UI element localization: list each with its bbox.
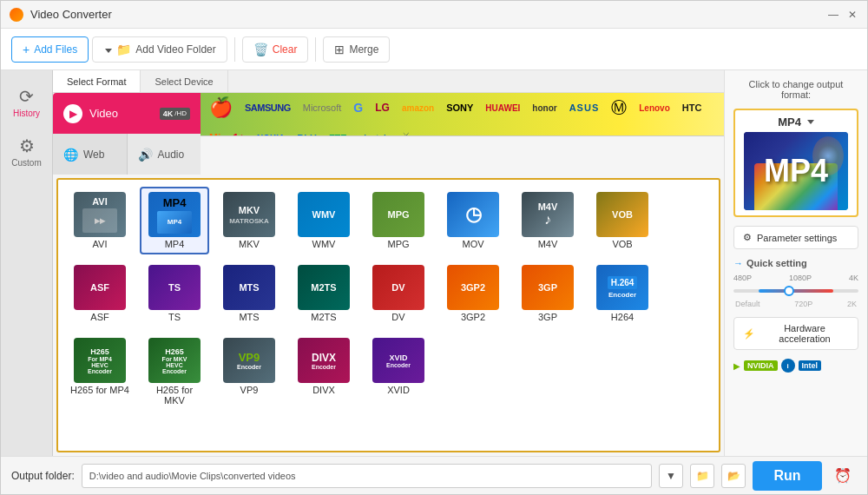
format-icon-mov: ◷ — [447, 192, 499, 237]
brand-lenovo[interactable]: Lenovo — [639, 103, 670, 113]
quality-slider-thumb[interactable] — [784, 286, 794, 296]
select-device-label: Select Device — [155, 76, 213, 87]
brand-huawei[interactable]: HUAWEI — [485, 103, 520, 113]
brand-mi[interactable]: Mi — [209, 132, 220, 136]
add-video-folder-button[interactable]: 📁 Add Video Folder — [92, 36, 227, 63]
format-item-m4v[interactable]: M4V♪ M4V — [513, 187, 582, 254]
format-dropdown-icon — [807, 120, 814, 124]
quick-setting-label: → Quick setting — [733, 258, 858, 268]
separator-1 — [234, 37, 235, 62]
close-button[interactable]: ✕ — [846, 9, 858, 21]
format-item-asf[interactable]: ASF ASF — [65, 260, 135, 327]
trash-icon: 🗑️ — [253, 43, 268, 56]
brand-asus[interactable]: ASUS — [569, 102, 600, 113]
parameter-settings-button[interactable]: ⚙ Parameter settings — [733, 226, 858, 249]
audio-label: Audio — [158, 148, 185, 161]
format-item-h264[interactable]: H.264Encoder H264 — [588, 260, 657, 327]
brand-alcatel[interactable]: alcatel — [359, 134, 386, 137]
dropdown-arrow-icon — [103, 43, 112, 56]
format-item-m2ts[interactable]: M2TS M2TS — [289, 260, 358, 327]
brand-blu[interactable]: BLU — [297, 133, 317, 136]
intel-badge: Intel — [799, 360, 822, 371]
add-files-button[interactable]: + Add Files — [11, 36, 89, 63]
format-item-mpg[interactable]: MPG MPG — [364, 187, 433, 254]
format-icon-m2ts: M2TS — [298, 265, 350, 310]
format-item-wmv[interactable]: WMV WMV — [289, 187, 358, 254]
output-folder-label: Output folder: — [11, 470, 75, 482]
brand-google[interactable]: G — [353, 101, 363, 115]
brand-nokia[interactable]: NOKIA — [257, 134, 285, 137]
brand-honor[interactable]: honor — [532, 103, 556, 113]
nav-item-custom[interactable]: ⚙ Custom — [1, 127, 52, 176]
clear-label: Clear — [273, 43, 298, 56]
run-button[interactable]: Run — [753, 461, 822, 491]
format-grid: AVI▶▶ AVI MP4MP4 MP4 MKVMATR — [65, 187, 712, 411]
param-settings-label: Parameter settings — [757, 233, 837, 243]
format-item-mkv[interactable]: MKVMATROSKA MKV — [214, 187, 284, 254]
format-item-mts[interactable]: MTS MTS — [214, 260, 284, 327]
format-label-h265mp4: H265 for MP4 — [70, 385, 129, 395]
format-item-vob[interactable]: VOB VOB — [588, 187, 657, 254]
quality-slider-fill — [759, 289, 833, 293]
format-icon-divx: DIVXEncoder — [298, 338, 350, 383]
format-item-mp4[interactable]: MP4MP4 MP4 — [140, 187, 209, 254]
brands-area: 🍎 SAMSUNG Microsoft G LG amazon SONY HUA… — [201, 93, 724, 136]
video-label: Video — [89, 107, 118, 120]
format-item-dv[interactable]: DV DV — [364, 260, 433, 327]
brand-oneplus[interactable]: 1+ — [233, 132, 245, 136]
brand-zte[interactable]: ZTE — [329, 133, 347, 136]
merge-icon: ⊞ — [334, 43, 345, 56]
format-item-mov[interactable]: ◷ MOV — [438, 187, 508, 254]
format-item-h265mkv[interactable]: H265For MKVHEVCEncoder H265 for MKV — [140, 333, 209, 411]
format-item-h265mp4[interactable]: H265For MP4HEVCEncoder H265 for MP4 — [65, 333, 135, 411]
hd-badge: 4K/HD — [160, 108, 190, 120]
audio-category-button[interactable]: 🔊 Audio — [128, 134, 201, 175]
clear-button[interactable]: 🗑️ Clear — [242, 36, 309, 63]
nav-item-history[interactable]: ⟳ History — [1, 77, 52, 127]
select-format-tab[interactable]: Select Format — [53, 70, 141, 92]
gpu-badges: ▶ NVIDIA i Intel — [733, 359, 858, 373]
format-item-divx[interactable]: DIVXEncoder DIVX — [289, 333, 358, 411]
folder-icon: 📁 — [116, 43, 131, 56]
select-device-tab[interactable]: Select Device — [141, 70, 227, 92]
browse-folder-button[interactable]: 📁 — [690, 464, 714, 488]
format-item-3gp[interactable]: 3GP 3GP — [513, 260, 582, 327]
brand-amazon[interactable]: amazon — [402, 103, 434, 113]
format-icon-h264: H.264Encoder — [596, 265, 648, 310]
brand-sony[interactable]: SONY — [446, 102, 473, 113]
dropdown-path-button[interactable]: ▼ — [659, 464, 683, 488]
brand-samsung[interactable]: SAMSUNG — [245, 102, 291, 113]
hardware-acceleration-button[interactable]: ⚡ Hardware acceleration — [733, 317, 858, 350]
main-area: ⟳ History ⚙ Custom Select Format Select … — [1, 70, 867, 456]
format-item-avi[interactable]: AVI▶▶ AVI — [65, 187, 135, 254]
output-path-input[interactable] — [82, 464, 652, 488]
schedule-button[interactable]: ⏰ — [829, 462, 857, 490]
minimize-button[interactable]: — — [827, 9, 839, 21]
format-icon-dv: DV — [372, 265, 424, 310]
brand-tv[interactable]: 📺 — [398, 131, 413, 136]
format-label-xvid: XVID — [387, 385, 410, 395]
quality-slider-track[interactable] — [733, 289, 858, 293]
format-item-vp9[interactable]: VP9Encoder VP9 — [214, 333, 284, 411]
quality-bottom-labels: Default 720P 2K — [733, 300, 858, 308]
video-category-button[interactable]: ▶ Video 4K/HD — [53, 93, 201, 134]
format-item-xvid[interactable]: XVIDEncoder XVID — [364, 333, 433, 411]
select-format-label: Select Format — [67, 76, 126, 87]
merge-button[interactable]: ⊞ Merge — [323, 36, 390, 63]
brand-microsoft[interactable]: Microsoft — [303, 102, 342, 113]
format-item-3gp2[interactable]: 3GP2 3GP2 — [438, 260, 508, 327]
custom-label: Custom — [11, 158, 41, 168]
brand-apple[interactable]: 🍎 — [209, 96, 233, 119]
format-label-avi: AVI — [93, 239, 108, 249]
format-item-ts[interactable]: TS TS — [140, 260, 209, 327]
brand-htc[interactable]: HTC — [682, 102, 702, 113]
open-folder-button[interactable]: 📂 — [721, 464, 746, 488]
formats-area: AVI▶▶ AVI MP4MP4 MP4 MKVMATR — [56, 178, 720, 452]
audio-icon: 🔊 — [138, 148, 153, 162]
web-category-button[interactable]: 🌐 Web — [53, 134, 128, 175]
format-label-m4v: M4V — [538, 239, 558, 249]
output-format-box[interactable]: MP4 MP4 — [733, 109, 858, 217]
format-label-mp4: MP4 — [165, 239, 185, 249]
brand-lg[interactable]: LG — [375, 102, 390, 114]
brand-motorola[interactable]: Ⓜ — [611, 97, 627, 118]
